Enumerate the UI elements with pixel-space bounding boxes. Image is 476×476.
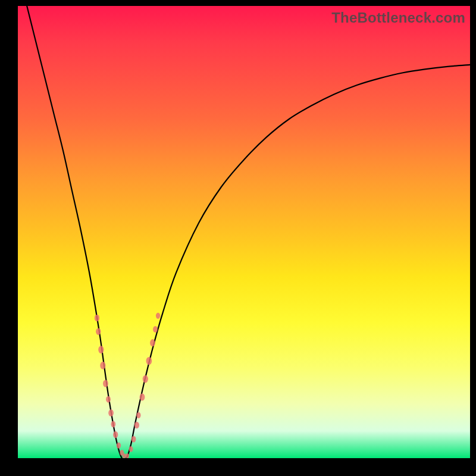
- chart-plot-area: TheBottleneck.com: [18, 6, 470, 458]
- marker-dot: [156, 312, 160, 318]
- marker-dot: [150, 339, 155, 346]
- marker-dot: [98, 346, 104, 353]
- marker-dot: [146, 357, 152, 365]
- marker-dot: [100, 362, 105, 369]
- marker-dot: [103, 380, 108, 387]
- marker-dot: [126, 453, 129, 458]
- marker-dot: [153, 326, 158, 333]
- marker-dot: [140, 393, 145, 400]
- marker-dot: [106, 396, 111, 403]
- marker-dot: [143, 375, 148, 383]
- chart-svg: [18, 6, 470, 458]
- marker-dot: [131, 436, 136, 443]
- marker-dot: [113, 431, 118, 439]
- marker-dot: [96, 328, 101, 335]
- marker-dot: [95, 315, 99, 322]
- marker-dot: [136, 412, 140, 418]
- bottleneck-curve-line: [27, 6, 470, 458]
- marker-dot: [117, 443, 121, 449]
- marker-dot: [129, 446, 133, 452]
- marker-dot: [111, 421, 115, 428]
- marker-dot: [108, 409, 114, 416]
- marker-dot: [123, 453, 126, 458]
- marker-dot: [134, 422, 139, 429]
- marker-group: [95, 312, 160, 458]
